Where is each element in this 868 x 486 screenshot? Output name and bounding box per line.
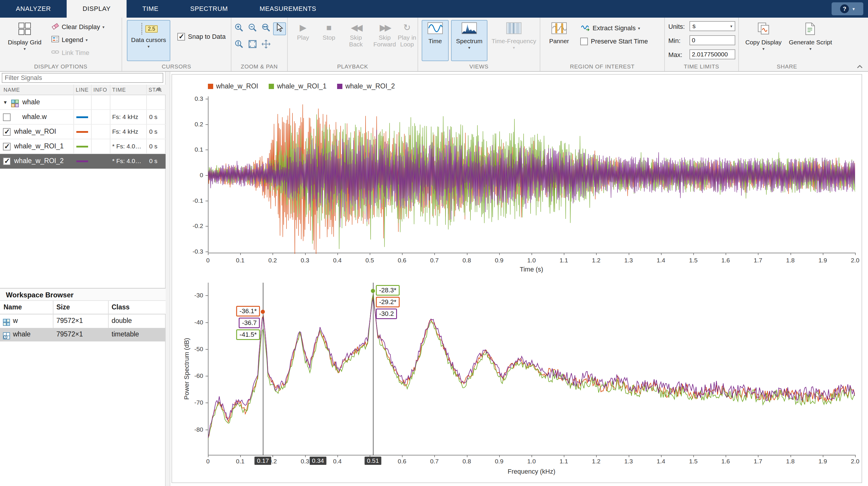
x-tick-mark <box>240 455 241 457</box>
help-button[interactable]: ? ▾ <box>832 2 863 15</box>
x-tick-mark <box>596 253 597 255</box>
zoom-out-button[interactable] <box>246 22 259 35</box>
x-tick-mark <box>855 253 856 255</box>
cursor-readout[interactable]: -41.5* <box>237 330 260 340</box>
workspace-column-name: Name <box>3 303 22 311</box>
x-tick-label: 1.0 <box>527 458 536 465</box>
tab-time[interactable]: TIME <box>127 0 175 18</box>
time-waveform-plot[interactable] <box>208 96 855 254</box>
pan-button[interactable] <box>259 39 273 52</box>
cursor-readout[interactable]: -29.2* <box>376 297 400 307</box>
signal-row-whale-w-roi-2[interactable]: whale_w_ROI_2 * Fs: 4.0… 0 s <box>0 154 165 169</box>
signal-name: whale_w_ROI_2 <box>14 157 64 165</box>
section-label-zoom-pan: ZOOM & PAN <box>231 63 287 70</box>
signal-group-icon <box>11 99 19 110</box>
display-grid-button[interactable]: Display Grid ▾ <box>3 20 46 61</box>
x-tick-mark <box>855 455 856 457</box>
section-region-of-interest: Panner Extract Signals ▾ Preserve Start … <box>540 18 665 71</box>
copy-display-button[interactable]: Copy Display ▾ <box>742 20 785 61</box>
signal-table-header[interactable]: NAME LINE INFO TIME START <box>0 85 165 95</box>
tab-measurements[interactable]: MEASUREMENTS <box>244 0 332 18</box>
section-playback: ▶ Play ■ Stop ◀◀ Skip Back ▶▶ Skip Forwa… <box>288 18 418 71</box>
legend-label: whale_w_ROI_1 <box>277 82 327 90</box>
min-input[interactable] <box>689 35 735 45</box>
max-input[interactable] <box>689 49 735 59</box>
signal-group-row[interactable]: ▼ whale <box>0 95 165 110</box>
y-tick-mark <box>206 349 208 350</box>
clear-display-button[interactable]: Clear Display ▾ <box>49 21 106 33</box>
workspace-var-size: 79572×1 <box>56 330 83 338</box>
tab-display[interactable]: DISPLAY <box>67 0 127 18</box>
generate-script-button[interactable]: Generate Script ▾ <box>788 20 833 61</box>
pin-icon[interactable] <box>157 86 163 94</box>
spectrum-cursor-line-2[interactable] <box>373 283 373 455</box>
fit-to-view-button[interactable] <box>246 39 259 52</box>
data-cursors-button[interactable]: 2.5 Data cursors ▾ <box>127 20 170 61</box>
workspace-row-whale[interactable]: whale 79572×1 timetable <box>0 328 165 341</box>
collapse-ribbon-icon[interactable] <box>856 62 864 69</box>
time-frequency-view-icon <box>506 22 522 36</box>
link-icon <box>51 48 59 58</box>
x-tick-label: 0.7 <box>430 458 439 465</box>
panner-button[interactable]: Panner <box>544 20 575 61</box>
skip-forward-button: ▶▶ Skip Forward <box>370 20 399 61</box>
zoom-in-button[interactable] <box>232 22 246 35</box>
link-time-label: Link Time <box>62 49 89 57</box>
legend-item[interactable]: whale_w_ROI_1 <box>269 82 327 90</box>
preserve-start-time-checkbox[interactable]: Preserve Start Time <box>580 38 648 45</box>
filter-signals-input[interactable] <box>2 73 163 83</box>
signal-checkbox[interactable] <box>3 143 10 150</box>
signal-start: 0 s <box>149 113 157 120</box>
y-tick-label: 0.1 <box>195 146 203 153</box>
cursor-readout[interactable]: -28.3* <box>376 285 400 295</box>
power-spectrum-plot[interactable] <box>208 283 855 455</box>
cursor-readout[interactable]: -30.2 <box>376 309 397 319</box>
expand-caret-icon[interactable]: ▼ <box>3 100 8 105</box>
cursor-readout[interactable]: -36.7 <box>239 318 260 328</box>
x-tick-mark <box>790 455 791 457</box>
signal-row-whale-w-roi[interactable]: whale_w_ROI Fs: 4 kHz 0 s <box>0 124 165 139</box>
x-tick-mark <box>725 455 726 457</box>
legend-item[interactable]: whale_w_ROI_2 <box>337 82 395 90</box>
copy-display-label: Copy Display <box>745 39 782 46</box>
spectrum-view-button[interactable]: Spectrum ▾ <box>451 20 488 61</box>
signal-row-whale-w[interactable]: whale.w Fs: 4 kHz 0 s <box>0 110 165 124</box>
signal-row-whale-w-roi-1[interactable]: whale_w_ROI_1 * Fs: 4.0… 0 s <box>0 139 165 154</box>
cursor-axis-value[interactable]: 0.51 <box>365 457 381 465</box>
zoom-x-button[interactable] <box>259 22 273 35</box>
column-header-name: NAME <box>3 87 20 93</box>
units-select[interactable]: s ▾ <box>689 21 735 31</box>
time-view-button[interactable]: Time <box>422 20 449 61</box>
signal-checkbox[interactable] <box>3 113 10 121</box>
signal-name: whale_w_ROI <box>14 127 56 136</box>
signal-checkbox[interactable] <box>3 128 10 136</box>
workspace-columns[interactable]: Name Size Class <box>0 301 165 314</box>
cursor-readout[interactable]: -36.1* <box>237 306 260 316</box>
y-tick-label: -30 <box>194 292 203 299</box>
cursor-marker <box>261 310 265 314</box>
spectrum-cursor-line-1[interactable] <box>263 283 264 455</box>
panel-splitter[interactable] <box>165 72 170 486</box>
signal-time: Fs: 4 kHz <box>112 113 138 120</box>
x-tick-label: 1.9 <box>818 257 827 264</box>
play-label: Play <box>297 34 309 41</box>
x-tick-label: 0.4 <box>333 458 341 465</box>
zoom-y-button[interactable] <box>232 39 246 52</box>
x-tick-mark <box>693 253 694 255</box>
cursor-axis-value[interactable]: 0.17 <box>255 457 271 465</box>
workspace-row-w[interactable]: w 79572×1 double <box>0 314 165 328</box>
snap-to-data-checkbox[interactable]: Snap to Data <box>177 33 225 40</box>
x-tick-label: 0 <box>206 458 210 465</box>
tab-analyzer[interactable]: ANALYZER <box>0 0 67 18</box>
legend-label: whale_w_ROI <box>216 82 258 90</box>
x-tick-label: 0.8 <box>463 458 471 465</box>
x-tick-mark <box>402 455 403 457</box>
legend-button[interactable]: Legend ▾ <box>49 34 89 46</box>
y-tick-mark <box>206 124 208 125</box>
extract-signals-button[interactable]: Extract Signals ▾ <box>579 22 642 34</box>
legend-item[interactable]: whale_w_ROI <box>208 82 258 90</box>
tab-spectrum[interactable]: SPECTRUM <box>175 0 244 18</box>
pointer-button[interactable] <box>273 22 286 35</box>
signal-checkbox[interactable] <box>3 158 10 165</box>
x-tick-label: 1.8 <box>786 458 795 465</box>
